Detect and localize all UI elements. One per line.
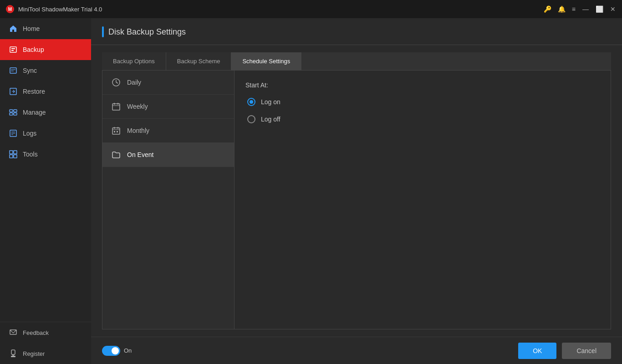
radio-label-log-off: Log off [261,116,280,123]
sidebar-label-feedback: Feedback [23,329,49,336]
clock-icon [112,78,121,87]
backup-icon [9,46,17,54]
svg-rect-3 [11,48,15,49]
sidebar-item-backup[interactable]: Backup [0,39,91,60]
minimize-button[interactable]: — [582,5,589,13]
svg-rect-18 [14,151,17,154]
svg-rect-9 [10,110,13,112]
svg-line-26 [116,82,118,83]
sidebar-item-home[interactable]: Home [0,18,91,39]
schedule-item-on-event[interactable]: On Event [102,143,234,167]
svg-rect-11 [10,113,13,115]
sidebar-item-restore[interactable]: Restore [0,81,91,102]
sidebar-item-logs[interactable]: Logs [0,123,91,144]
schedule-label-on-event: On Event [127,151,153,158]
panel-area: Daily Weekly [102,71,611,329]
tab-bar: Backup Options Backup Scheme Schedule Se… [102,52,611,71]
folder-icon [112,150,121,159]
page-header: Disk Backup Settings [91,18,622,45]
sidebar-item-feedback[interactable]: Feedback [0,322,91,343]
sidebar: Home Backup Sync [0,18,91,364]
restore-icon [9,87,17,96]
tools-icon [9,150,17,158]
tab-schedule-settings[interactable]: Schedule Settings [231,52,301,70]
toggle-label: On [124,347,132,354]
settings-panel: Start At: Log on Log off [235,71,611,329]
schedule-label-weekly: Weekly [127,103,148,110]
tab-backup-options[interactable]: Backup Options [102,52,166,70]
schedule-item-weekly[interactable]: Weekly [102,95,234,119]
radio-label-log-on: Log on [261,98,280,106]
manage-icon [9,108,17,116]
radio-item-log-off[interactable]: Log off [247,115,600,123]
window-controls: 🔑 🔔 ≡ — ⬜ ✕ [544,5,617,13]
svg-rect-19 [10,155,13,158]
schedule-label-daily: Daily [127,79,141,86]
home-icon [9,25,17,33]
sidebar-label-restore: Restore [23,88,45,95]
sidebar-label-backup: Backup [23,46,44,53]
titlebar: M MiniTool ShadowMaker Trial 4.0 🔑 🔔 ≡ —… [0,0,622,18]
radio-group: Log on Log off [247,98,600,123]
svg-rect-22 [11,350,15,354]
pin-icon[interactable]: 🔑 [544,5,551,13]
sidebar-label-manage: Manage [23,109,46,116]
footer: On OK Cancel [91,337,622,364]
cancel-button[interactable]: Cancel [562,343,611,359]
start-at-label: Start At: [245,81,600,89]
logs-icon [9,129,17,137]
main-layout: Home Backup Sync [0,18,622,364]
sidebar-item-register[interactable]: Register [0,343,91,364]
svg-rect-12 [14,113,17,115]
dialog-content: Backup Options Backup Scheme Schedule Se… [91,45,622,337]
svg-rect-23 [11,356,15,357]
page-title: Disk Backup Settings [108,27,186,37]
radio-item-log-on[interactable]: Log on [247,98,600,106]
svg-rect-36 [117,131,118,132]
sync-icon [9,66,17,75]
svg-rect-2 [10,47,16,52]
schedule-item-monthly[interactable]: Monthly [102,119,234,143]
svg-rect-31 [112,128,120,134]
app-logo: M [5,5,15,14]
schedule-label-monthly: Monthly [127,127,149,134]
tab-backup-scheme[interactable]: Backup Scheme [166,52,232,70]
header-accent [102,26,104,37]
app-title: MiniTool ShadowMaker Trial 4.0 [18,6,544,13]
sidebar-label-logs: Logs [23,130,36,137]
schedule-item-daily[interactable]: Daily [102,71,234,95]
svg-rect-27 [112,104,120,110]
svg-rect-5 [10,68,16,73]
maximize-button[interactable]: ⬜ [596,5,603,13]
toggle-switch[interactable] [102,346,120,356]
svg-rect-17 [10,151,13,154]
radio-circle-log-on[interactable] [247,98,255,106]
svg-rect-20 [14,155,17,158]
svg-rect-4 [11,50,14,51]
sidebar-label-home: Home [23,25,40,32]
ok-button[interactable]: OK [518,343,556,359]
close-button[interactable]: ✕ [609,5,617,13]
sidebar-item-sync[interactable]: Sync [0,60,91,81]
schedule-list: Daily Weekly [102,71,235,329]
feedback-icon [9,329,17,337]
radio-circle-log-off[interactable] [247,115,255,123]
sidebar-item-manage[interactable]: Manage [0,102,91,123]
toggle-area: On [102,346,132,356]
sidebar-bottom: Feedback Register [0,322,91,364]
calendar-icon [112,102,121,111]
calendar-month-icon [112,126,121,135]
content-area: Disk Backup Settings Backup Options Back… [91,18,622,364]
svg-rect-10 [14,110,17,112]
register-icon [9,349,17,358]
sidebar-label-tools: Tools [23,151,38,158]
sidebar-label-sync: Sync [23,67,37,74]
sidebar-item-tools[interactable]: Tools [0,144,91,165]
svg-rect-35 [114,131,115,132]
svg-text:M: M [8,7,12,12]
menu-icon[interactable]: ≡ [572,5,576,13]
sidebar-label-register: Register [23,350,45,357]
bell-icon[interactable]: 🔔 [558,5,566,13]
